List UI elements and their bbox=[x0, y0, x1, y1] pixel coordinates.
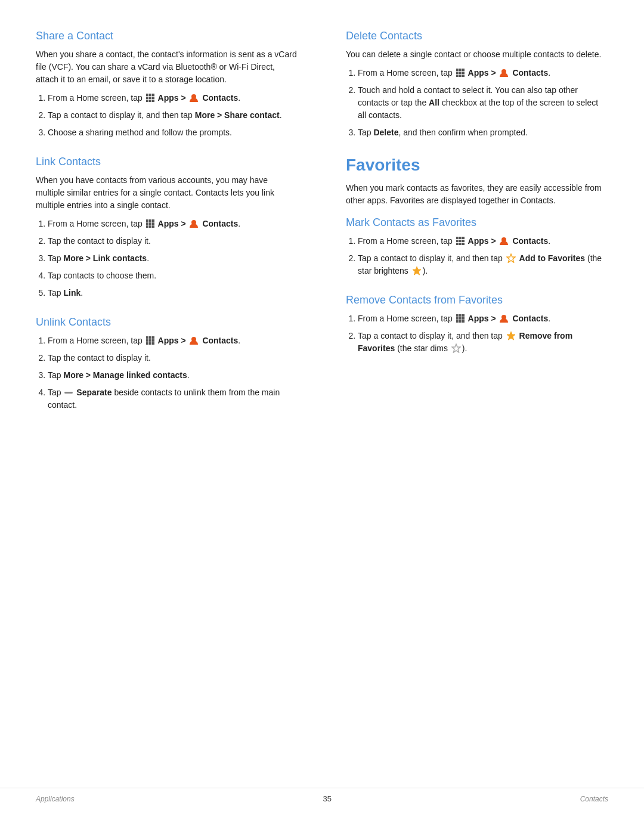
svg-rect-35 bbox=[462, 72, 465, 74]
unlink-contacts-title: Unlink Contacts bbox=[36, 316, 298, 329]
svg-rect-42 bbox=[462, 237, 465, 239]
svg-rect-53 bbox=[459, 314, 462, 317]
share-contact-intro: When you share a contact, the contact's … bbox=[36, 48, 298, 86]
svg-rect-7 bbox=[149, 100, 151, 102]
star-filled-icon bbox=[506, 331, 516, 340]
delete-contacts-section: Delete Contacts You can delete a single … bbox=[346, 30, 608, 139]
remove-favorites-section: Remove Contacts from Favorites From a Ho… bbox=[346, 294, 608, 355]
favorites-section: Favorites When you mark contacts as favo… bbox=[346, 156, 608, 355]
link-step-2: Tap the contact to display it. bbox=[48, 235, 298, 247]
unlink-step-1: From a Home screen, tap Apps > Contacts. bbox=[48, 335, 298, 347]
svg-rect-48 bbox=[462, 243, 465, 245]
remove-favorites-steps: From a Home screen, tap Apps > Contacts. bbox=[358, 312, 608, 355]
right-column: Delete Contacts You can delete a single … bbox=[322, 18, 644, 788]
unlink-contacts-steps: From a Home screen, tap Apps > Contacts.… bbox=[48, 335, 298, 411]
svg-rect-40 bbox=[456, 237, 459, 239]
svg-rect-36 bbox=[456, 75, 459, 77]
main-content: Share a Contact When you share a contact… bbox=[0, 18, 644, 788]
delete-contacts-intro: You can delete a single contact or choos… bbox=[346, 48, 608, 61]
svg-rect-37 bbox=[459, 75, 462, 77]
share-step-3: Choose a sharing method and follow the p… bbox=[48, 126, 298, 139]
apps-grid-icon-5 bbox=[456, 236, 465, 246]
unlink-step-3: Tap More > Manage linked contacts. bbox=[48, 369, 298, 382]
svg-rect-13 bbox=[146, 222, 148, 225]
svg-rect-11 bbox=[149, 219, 151, 222]
svg-rect-54 bbox=[462, 314, 465, 317]
link-contacts-title: Link Contacts bbox=[36, 156, 298, 168]
apps-grid-icon-4 bbox=[456, 68, 465, 78]
apps-grid-icon-2 bbox=[145, 219, 155, 228]
share-step-1: From a Home screen, tap Apps > Contacts. bbox=[48, 92, 298, 104]
contacts-app-icon-5 bbox=[499, 236, 509, 246]
svg-rect-43 bbox=[456, 240, 459, 242]
svg-rect-14 bbox=[149, 222, 151, 225]
svg-rect-3 bbox=[146, 97, 148, 99]
svg-rect-10 bbox=[146, 219, 148, 222]
star-outline-icon bbox=[506, 253, 516, 263]
footer-left: Applications bbox=[36, 795, 75, 803]
delete-contacts-title: Delete Contacts bbox=[346, 30, 608, 42]
contacts-app-icon-6 bbox=[499, 313, 509, 324]
link-step-5: Tap Link. bbox=[48, 287, 298, 299]
mark-favorites-section: Mark Contacts as Favorites From a Home s… bbox=[346, 216, 608, 277]
unlink-contacts-section: Unlink Contacts From a Home screen, tap … bbox=[36, 316, 298, 411]
link-contacts-intro: When you have contacts from various acco… bbox=[36, 174, 298, 212]
svg-rect-15 bbox=[152, 222, 154, 225]
mark-favorites-title: Mark Contacts as Favorites bbox=[346, 216, 608, 229]
unlink-step-4: Tap Separate beside contacts to unlink t… bbox=[48, 386, 298, 411]
contacts-app-icon-2 bbox=[188, 218, 199, 229]
delete-step-1: From a Home screen, tap Apps > Contacts. bbox=[358, 67, 608, 79]
svg-rect-21 bbox=[149, 336, 151, 339]
svg-rect-23 bbox=[146, 339, 148, 342]
svg-rect-18 bbox=[152, 225, 154, 228]
link-step-3: Tap More > Link contacts. bbox=[48, 252, 298, 265]
footer-right: Contacts bbox=[580, 795, 608, 803]
apps-grid-icon-3 bbox=[145, 336, 155, 345]
svg-rect-58 bbox=[456, 320, 459, 323]
svg-rect-12 bbox=[152, 219, 154, 222]
unlink-step-2: Tap the contact to display it. bbox=[48, 352, 298, 364]
svg-rect-45 bbox=[462, 240, 465, 242]
svg-rect-16 bbox=[146, 225, 148, 228]
svg-rect-26 bbox=[146, 342, 148, 345]
delete-step-2: Touch and hold a contact to select it. Y… bbox=[358, 84, 608, 122]
share-contact-title: Share a Contact bbox=[36, 30, 298, 42]
svg-rect-41 bbox=[459, 237, 462, 239]
page-footer: Applications 35 Contacts bbox=[0, 788, 644, 809]
svg-rect-5 bbox=[152, 97, 154, 99]
svg-rect-30 bbox=[456, 69, 459, 71]
link-contacts-steps: From a Home screen, tap Apps > Contacts.… bbox=[48, 218, 298, 299]
svg-rect-1 bbox=[149, 94, 151, 96]
svg-rect-46 bbox=[456, 243, 459, 245]
svg-rect-6 bbox=[146, 100, 148, 102]
svg-rect-32 bbox=[462, 69, 465, 71]
svg-rect-24 bbox=[149, 339, 151, 342]
star-dim-icon bbox=[451, 343, 461, 353]
mark-fav-step-2: Tap a contact to display it, and then ta… bbox=[358, 252, 608, 277]
link-contacts-section: Link Contacts When you have contacts fro… bbox=[36, 156, 298, 299]
svg-rect-34 bbox=[459, 72, 462, 74]
svg-rect-20 bbox=[146, 336, 148, 339]
svg-rect-59 bbox=[459, 320, 462, 323]
svg-rect-8 bbox=[152, 100, 154, 102]
svg-rect-52 bbox=[456, 314, 459, 317]
footer-page-number: 35 bbox=[323, 794, 331, 803]
svg-rect-47 bbox=[459, 243, 462, 245]
mark-favorites-steps: From a Home screen, tap Apps > Contacts. bbox=[358, 235, 608, 277]
remove-favorites-title: Remove Contacts from Favorites bbox=[346, 294, 608, 306]
link-step-4: Tap contacts to choose them. bbox=[48, 270, 298, 282]
star-bright-icon bbox=[412, 266, 422, 275]
share-step-2: Tap a contact to display it, and then ta… bbox=[48, 109, 298, 122]
svg-rect-28 bbox=[152, 342, 154, 345]
remove-fav-step-1: From a Home screen, tap Apps > Contacts. bbox=[358, 312, 608, 325]
contacts-app-icon-4 bbox=[499, 67, 509, 78]
left-column: Share a Contact When you share a contact… bbox=[0, 18, 322, 788]
svg-rect-27 bbox=[149, 342, 151, 345]
apps-grid-icon bbox=[145, 93, 155, 103]
delete-step-3: Tap Delete, and then confirm when prompt… bbox=[358, 126, 608, 139]
link-step-1: From a Home screen, tap Apps > Contacts. bbox=[48, 218, 298, 230]
svg-rect-56 bbox=[459, 317, 462, 320]
svg-rect-22 bbox=[152, 336, 154, 339]
svg-rect-4 bbox=[149, 97, 151, 99]
svg-rect-60 bbox=[462, 320, 465, 323]
